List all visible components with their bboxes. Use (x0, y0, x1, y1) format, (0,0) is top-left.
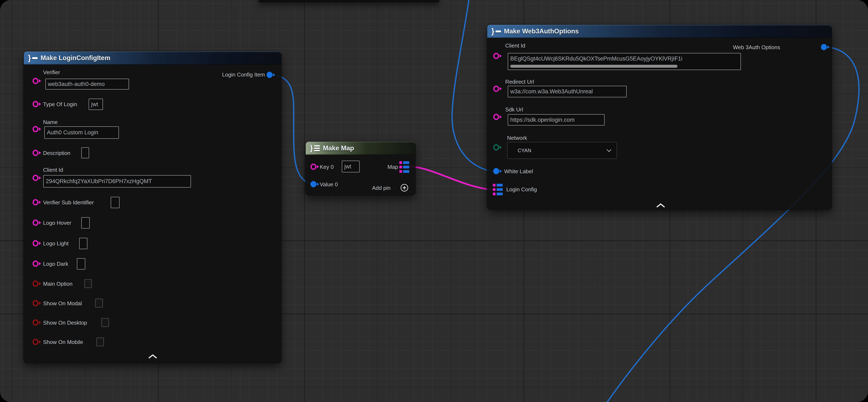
collapse-chevron-icon[interactable] (149, 354, 157, 358)
input-sdk-url[interactable]: https://sdk.openlogin.com (508, 114, 604, 125)
checkbox-main-option[interactable] (84, 279, 92, 288)
offscreen-node-edge[interactable] (258, 0, 439, 2)
pin-show-on-mobile[interactable] (33, 339, 41, 345)
pin-client-id[interactable] (493, 53, 502, 59)
make-map-icon-lines (314, 145, 320, 151)
pin-label-sdk-url: Sdk Url (505, 106, 523, 113)
input-client-id[interactable]: BEglQSgt4cUWcj6SKRdu5QkOXTsePmMcusG5EAoy… (508, 53, 741, 70)
pin-redirect-url[interactable] (493, 86, 502, 92)
make-struct-icon-bar (496, 30, 501, 32)
node-make-loginconfigitem[interactable]: } Make LoginConfigItem Verifier web3auth… (24, 52, 281, 363)
pin-label-redirect-url: Redirect Url (505, 79, 534, 85)
pin-value0[interactable] (310, 181, 319, 187)
pin-verifier[interactable] (33, 78, 41, 84)
pin-login-config[interactable] (493, 184, 503, 196)
input-client-id-text: BEglQSgt4cUWcj6SKRdu5QkOXTsePmMcusG5EAoy… (510, 56, 682, 62)
input-description[interactable] (81, 147, 89, 158)
collapse-chevron-icon[interactable] (656, 203, 665, 207)
pin-label-verifier-sub-identifier: Verifier Sub Identifier (43, 199, 94, 206)
node-title: Make Map (323, 144, 354, 152)
pin-label-verifier: Verifier (43, 69, 60, 76)
network-dropdown-value: CYAN (518, 148, 531, 153)
pin-label-map-output: Map (388, 164, 398, 170)
pin-label-client-id: Client Id (43, 167, 63, 173)
input-logo-dark[interactable] (77, 258, 85, 269)
network-dropdown[interactable]: CYAN (507, 142, 617, 159)
pin-label-name: Name (43, 119, 58, 125)
pin-verifier-sub-identifier[interactable] (33, 199, 41, 205)
graph-canvas[interactable]: } Make LoginConfigItem Verifier web3auth… (0, 0, 868, 402)
input-key0[interactable]: jwt (342, 161, 360, 172)
node-make-web3authoptions[interactable]: } Make Web3AuthOptions Client Id BEglQSg… (487, 25, 832, 209)
pin-label-logo-dark: Logo Dark (43, 261, 68, 267)
input-type-of-login[interactable]: jwt (89, 98, 103, 110)
pin-label-network: Network (507, 135, 527, 141)
pin-show-on-desktop[interactable] (33, 319, 41, 326)
pin-label-type-of-login: Type Of Login (43, 101, 77, 108)
node-title: Make LoginConfigItem (40, 54, 110, 62)
input-client-id[interactable]: 294QRkchfq2YaXUbPri7D6PH7xzHgQMT (43, 175, 191, 188)
node-header[interactable]: } Make LoginConfigItem (24, 52, 281, 64)
checkbox-show-on-mobile[interactable] (96, 338, 104, 346)
add-pin-icon[interactable] (401, 184, 408, 192)
chevron-down-icon (607, 147, 612, 152)
make-map-icon: } (310, 144, 313, 152)
pin-label-login-config-item: Login Config Item (222, 71, 265, 78)
pin-label-client-id: Client Id (505, 42, 525, 49)
make-struct-icon: } (491, 28, 494, 35)
pin-type-of-login[interactable] (33, 101, 41, 107)
pin-label-web3auth-options: Web 3Auth Options (733, 44, 780, 51)
pin-label-logo-hover: Logo Hover (43, 220, 71, 226)
node-title: Make Web3AuthOptions (504, 28, 579, 35)
make-struct-icon-bar (32, 57, 38, 59)
input-logo-hover[interactable] (81, 217, 90, 229)
pin-main-option[interactable] (33, 281, 41, 287)
node-header[interactable]: } Make Web3AuthOptions (487, 25, 832, 38)
pin-name[interactable] (33, 126, 41, 132)
make-struct-icon: } (28, 54, 31, 62)
pin-label-value0: Value 0 (320, 181, 338, 188)
pin-description[interactable] (33, 150, 41, 156)
pin-login-config-item-output[interactable] (267, 72, 275, 78)
wire-map-to-loginconfig (410, 167, 492, 190)
pin-logo-dark[interactable] (33, 260, 41, 267)
pin-label-main-option: Main Option (43, 281, 72, 287)
pin-white-label[interactable] (493, 168, 502, 174)
pin-label-login-config: Login Config (506, 186, 537, 193)
node-header[interactable]: } Make Map (306, 142, 415, 155)
input-verifier-sub-identifier[interactable] (111, 197, 120, 208)
input-logo-light[interactable] (79, 238, 87, 249)
add-pin-label[interactable]: Add pin (372, 185, 391, 191)
pin-label-show-on-mobile: Show On Mobile (43, 339, 83, 345)
pin-label-logo-light: Logo Light (43, 240, 68, 247)
pin-web3auth-options-output[interactable] (821, 44, 830, 50)
wire-top-to-whitelabel (452, 0, 493, 171)
pin-label-white-label: White Label (504, 168, 533, 174)
pin-label-show-on-modal: Show On Modal (43, 300, 82, 307)
pin-show-on-modal[interactable] (33, 300, 41, 306)
pin-key0[interactable] (310, 164, 319, 170)
pin-label-description: Description (43, 150, 70, 156)
pin-map-output[interactable] (399, 161, 409, 173)
client-id-scrollbar[interactable] (510, 65, 678, 68)
pin-logo-hover[interactable] (33, 220, 41, 226)
checkbox-show-on-modal[interactable] (95, 298, 103, 308)
input-name[interactable]: Auth0 Custom Login (44, 126, 119, 139)
pin-logo-light[interactable] (33, 240, 41, 247)
pin-network[interactable] (493, 144, 502, 150)
pin-label-show-on-desktop: Show On Desktop (43, 320, 87, 326)
pin-client-id[interactable] (33, 175, 41, 181)
checkbox-show-on-desktop[interactable] (101, 318, 109, 327)
pin-sdk-url[interactable] (493, 114, 502, 120)
pin-label-key0: Key 0 (320, 164, 334, 170)
input-redirect-url[interactable]: w3a://com.w3a.Web3AuthUnreal (508, 86, 627, 97)
node-make-map[interactable]: } Make Map Key 0 jwt Map Value 0 Add pin (306, 142, 415, 195)
blueprint-editor: } Make LoginConfigItem Verifier web3auth… (0, 0, 868, 402)
input-verifier[interactable]: web3auth-auth0-demo (45, 79, 129, 90)
